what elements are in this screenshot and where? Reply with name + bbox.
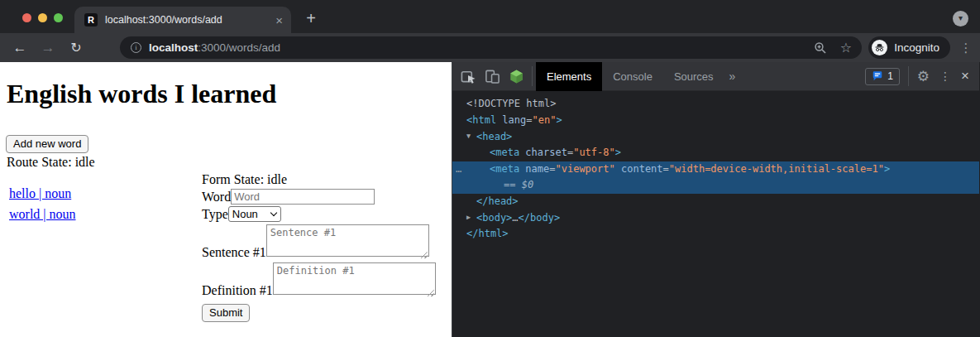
- dom-tree: <!DOCTYPE html><html lang="en">▼<head><m…: [452, 91, 979, 243]
- selected-node-annotation: == $0: [452, 177, 979, 194]
- inspect-element-icon[interactable]: [460, 68, 476, 84]
- maximize-window-button[interactable]: [54, 13, 63, 22]
- devtools-menu-icon[interactable]: ⋮: [939, 70, 951, 83]
- code-token: "width=device-width,initial-scale=1": [669, 163, 884, 175]
- expand-arrow-open-icon[interactable]: ▼: [466, 128, 476, 145]
- bookmark-star-icon[interactable]: ☆: [840, 40, 852, 55]
- word-link-hello[interactable]: hello | noun: [9, 186, 71, 200]
- close-devtools-icon[interactable]: ×: [961, 68, 969, 84]
- sentence-textarea[interactable]: [266, 224, 429, 257]
- forward-icon[interactable]: →: [38, 41, 58, 55]
- word-link-world[interactable]: world | noun: [9, 207, 76, 221]
- new-tab-button[interactable]: +: [299, 7, 323, 31]
- code-token: >: [615, 147, 621, 158]
- chevron-down-icon: [270, 209, 277, 216]
- route-state-text: Route State: idle: [7, 155, 95, 170]
- remix-favicon-icon: R: [84, 13, 98, 26]
- url-host: localhost: [149, 41, 198, 54]
- dom-tree-node[interactable]: <html lang="en">: [452, 113, 979, 129]
- code-token: <meta: [490, 147, 519, 158]
- code-token: <body>: [476, 212, 512, 224]
- incognito-badge: Incognito: [868, 36, 950, 59]
- code-token: [615, 163, 621, 175]
- add-word-form: Form State: idle Word Type Noun Sentence…: [202, 171, 450, 322]
- tab-title: localhost:3000/words/add: [105, 14, 270, 26]
- toolbar-divider: [908, 66, 909, 86]
- minimize-window-button[interactable]: [38, 13, 47, 22]
- add-new-word-button[interactable]: Add new word: [6, 135, 88, 153]
- browser-menu-icon[interactable]: ⋮: [958, 40, 973, 55]
- more-tabs-icon[interactable]: »: [729, 70, 736, 83]
- code-token: <head>: [476, 131, 512, 142]
- dom-tree-node[interactable]: <meta charset="utf-8">: [452, 145, 979, 161]
- dom-tree-node[interactable]: ▶<body>…</body>: [452, 209, 979, 226]
- list-item: world | noun: [9, 205, 76, 223]
- list-item: hello | noun: [9, 185, 76, 202]
- code-token: =: [526, 114, 532, 126]
- dom-tree-node[interactable]: </html>: [452, 226, 979, 243]
- code-token: </html>: [466, 228, 509, 239]
- node-more-actions-icon[interactable]: …: [456, 161, 462, 178]
- zoom-icon[interactable]: [814, 41, 827, 55]
- browser-window: R localhost:3000/words/add × + ▾ ← → ↻ i…: [0, 0, 980, 337]
- sentence-label: Sentence #1: [202, 245, 266, 260]
- extension-gem-icon[interactable]: [508, 68, 524, 84]
- word-input[interactable]: [231, 189, 375, 205]
- code-token: </body>: [519, 212, 561, 224]
- site-info-icon[interactable]: i: [131, 42, 141, 53]
- issues-bubble-icon: [872, 70, 883, 82]
- code-token: content: [621, 163, 663, 175]
- issues-badge[interactable]: 1: [865, 68, 900, 85]
- code-token: </head>: [476, 195, 519, 207]
- browser-toolbar: ← → ↻ i localhost:3000/words/add ☆: [0, 33, 980, 62]
- device-toolbar-icon[interactable]: [484, 68, 500, 84]
- issues-count: 1: [887, 70, 893, 82]
- devtools-toolbar: Elements Console Sources » 1 ⚙: [452, 62, 979, 91]
- code-token: =: [663, 163, 669, 175]
- page-title: English words I learned: [7, 79, 276, 109]
- type-select-value: Noun: [232, 208, 271, 220]
- settings-gear-icon[interactable]: ⚙: [917, 68, 930, 85]
- code-token: =: [549, 163, 555, 175]
- back-icon[interactable]: ←: [10, 41, 30, 55]
- code-token: <html: [466, 114, 496, 126]
- web-page: English words I learned Add new word Rou…: [0, 62, 452, 337]
- type-select[interactable]: Noun: [228, 206, 281, 222]
- code-token: <meta: [490, 163, 519, 175]
- close-window-button[interactable]: [22, 13, 31, 22]
- url-path: :3000/words/add: [198, 41, 280, 54]
- code-token: >: [556, 114, 562, 126]
- reload-icon[interactable]: ↻: [66, 41, 86, 55]
- dom-tree-node[interactable]: …<meta name="viewport" content="width=de…: [452, 161, 979, 178]
- url-text[interactable]: localhost:3000/words/add: [149, 41, 814, 54]
- type-label: Type: [202, 207, 228, 222]
- definition-label: Definition #1: [202, 283, 273, 298]
- toolbar-divider: [532, 66, 533, 86]
- code-token: $0: [522, 179, 533, 190]
- devtools-panel: Elements Console Sources » 1 ⚙: [452, 62, 979, 337]
- tab-strip: R localhost:3000/words/add × + ▾: [0, 0, 980, 33]
- code-token: ==: [504, 179, 522, 190]
- code-token: "utf-8": [573, 147, 615, 158]
- tab-elements[interactable]: Elements: [536, 62, 602, 91]
- code-token: "en": [533, 114, 557, 126]
- address-bar[interactable]: i localhost:3000/words/add ☆: [120, 36, 862, 59]
- tab-close-icon[interactable]: ×: [275, 14, 283, 26]
- dom-tree-node[interactable]: <!DOCTYPE html>: [452, 96, 979, 113]
- code-token: <!DOCTYPE html>: [466, 98, 556, 109]
- tab-sources[interactable]: Sources: [663, 62, 724, 91]
- tab-console[interactable]: Console: [602, 62, 663, 91]
- code-token: charset: [525, 147, 567, 158]
- code-token: …: [512, 212, 518, 224]
- definition-textarea[interactable]: [273, 262, 436, 295]
- code-token: >: [884, 163, 890, 175]
- profile-avatar[interactable]: ▾: [953, 11, 968, 26]
- word-list: hello | noun world | noun: [9, 185, 76, 226]
- browser-tab[interactable]: R localhost:3000/words/add ×: [74, 7, 291, 33]
- expand-arrow-closed-icon[interactable]: ▶: [466, 209, 476, 226]
- code-token: lang: [502, 114, 526, 126]
- submit-button[interactable]: Submit: [202, 304, 250, 322]
- word-label: Word: [202, 190, 231, 205]
- dom-tree-node[interactable]: ▼<head>: [452, 128, 979, 145]
- dom-tree-node[interactable]: </head>: [452, 194, 979, 210]
